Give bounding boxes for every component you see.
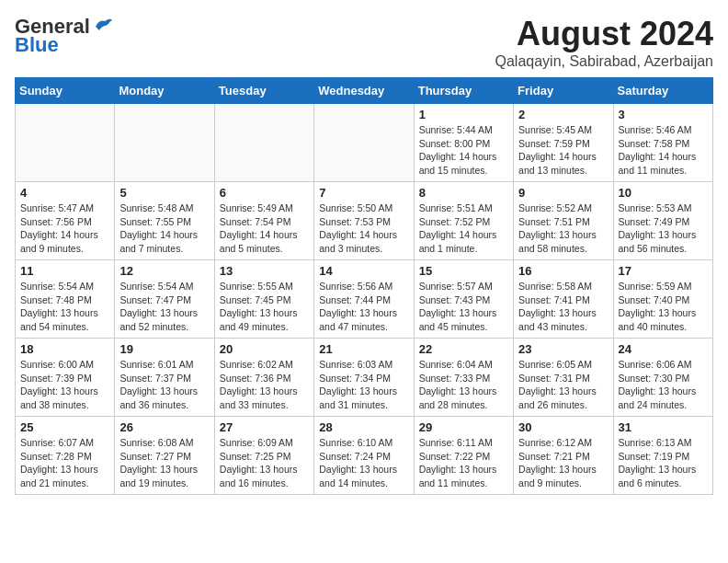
calendar-cell: 20Sunrise: 6:02 AMSunset: 7:36 PMDayligh… [214, 339, 313, 417]
day-info-line: Sunset: 7:51 PM [518, 215, 608, 229]
day-info-line: and 54 minutes. [20, 320, 109, 334]
day-info-line: Sunrise: 6:07 AM [20, 436, 109, 450]
title-area: August 2024 Qalaqayin, Sabirabad, Azerba… [495, 15, 714, 70]
day-number: 22 [419, 342, 508, 356]
day-info-line: Daylight: 13 hours [20, 463, 109, 477]
calendar-cell: 28Sunrise: 6:10 AMSunset: 7:24 PMDayligh… [314, 417, 414, 495]
day-info-line: Sunset: 7:43 PM [419, 293, 508, 307]
day-number: 10 [619, 186, 708, 200]
calendar-cell: 10Sunrise: 5:53 AMSunset: 7:49 PMDayligh… [613, 182, 712, 260]
day-info-line: and 1 minute. [419, 242, 508, 256]
calendar-cell: 9Sunrise: 5:52 AMSunset: 7:51 PMDaylight… [514, 182, 613, 260]
day-number: 24 [619, 342, 708, 356]
day-info-line: Sunset: 7:37 PM [119, 372, 209, 385]
calendar-week-row: 4Sunrise: 5:47 AMSunset: 7:56 PMDaylight… [16, 182, 713, 260]
day-info-line: Daylight: 13 hours [119, 306, 209, 320]
day-info-line: Sunrise: 5:46 AM [619, 123, 708, 137]
day-info-line: and 26 minutes. [518, 398, 608, 412]
day-info-line: Sunrise: 6:13 AM [619, 436, 708, 450]
day-info-line: Sunrise: 6:05 AM [518, 358, 608, 372]
day-info-line: and 21 minutes. [20, 477, 109, 490]
weekday-header-wednesday: Wednesday [314, 78, 414, 104]
month-title: August 2024 [495, 15, 714, 53]
day-info-line: Daylight: 13 hours [619, 228, 708, 242]
day-info-line: and 7 minutes. [119, 242, 209, 256]
day-info-line: Sunset: 7:24 PM [319, 450, 408, 464]
day-info-line: Daylight: 14 hours [220, 228, 309, 242]
calendar-cell: 8Sunrise: 5:51 AMSunset: 7:52 PMDaylight… [414, 182, 513, 260]
weekday-header-tuesday: Tuesday [214, 78, 313, 104]
day-info-line: and 19 minutes. [119, 477, 209, 490]
calendar-week-row: 25Sunrise: 6:07 AMSunset: 7:28 PMDayligh… [16, 417, 713, 495]
day-info-line: Daylight: 14 hours [518, 150, 608, 164]
day-info-line: Daylight: 13 hours [619, 463, 708, 477]
day-info-line: Daylight: 13 hours [619, 385, 708, 398]
calendar-cell: 6Sunrise: 5:49 AMSunset: 7:54 PMDaylight… [214, 182, 313, 260]
day-number: 17 [619, 264, 708, 278]
day-info-line: Sunrise: 6:11 AM [419, 436, 508, 450]
calendar-cell: 29Sunrise: 6:11 AMSunset: 7:22 PMDayligh… [414, 417, 513, 495]
weekday-header-thursday: Thursday [414, 78, 513, 104]
calendar-cell: 14Sunrise: 5:56 AMSunset: 7:44 PMDayligh… [314, 260, 414, 339]
day-info-line: Sunset: 7:39 PM [20, 372, 109, 385]
day-info-line: Daylight: 13 hours [220, 463, 309, 477]
day-number: 5 [119, 186, 209, 200]
day-number: 20 [220, 342, 309, 356]
day-number: 16 [518, 264, 608, 278]
calendar-cell: 30Sunrise: 6:12 AMSunset: 7:21 PMDayligh… [514, 417, 613, 495]
day-info-line: Sunrise: 5:58 AM [518, 280, 608, 293]
calendar-cell: 27Sunrise: 6:09 AMSunset: 7:25 PMDayligh… [214, 417, 313, 495]
day-number: 3 [619, 108, 708, 121]
calendar-week-row: 11Sunrise: 5:54 AMSunset: 7:48 PMDayligh… [16, 260, 713, 339]
day-info-line: and 5 minutes. [220, 242, 309, 256]
day-info-line: Daylight: 14 hours [119, 228, 209, 242]
day-number: 12 [119, 264, 209, 278]
day-number: 23 [518, 342, 608, 356]
calendar-cell: 2Sunrise: 5:45 AMSunset: 7:59 PMDaylight… [514, 104, 613, 182]
day-number: 6 [220, 186, 309, 200]
day-info-line: Sunrise: 6:10 AM [319, 436, 408, 450]
day-info-line: Sunset: 7:41 PM [518, 293, 608, 307]
day-info-line: Sunset: 7:49 PM [619, 215, 708, 229]
day-number: 18 [20, 342, 109, 356]
day-info-line: Sunset: 7:22 PM [419, 450, 508, 464]
day-info-line: Sunset: 7:59 PM [518, 137, 608, 151]
calendar-cell: 1Sunrise: 5:44 AMSunset: 8:00 PMDaylight… [414, 104, 513, 182]
day-info-line: and 43 minutes. [518, 320, 608, 334]
day-info-line: and 9 minutes. [518, 477, 608, 490]
day-info-line: Sunrise: 5:53 AM [619, 201, 708, 215]
weekday-header-row: SundayMondayTuesdayWednesdayThursdayFrid… [16, 78, 713, 104]
day-info-line: Sunrise: 5:49 AM [220, 201, 309, 215]
day-number: 9 [518, 186, 608, 200]
day-info-line: Daylight: 14 hours [419, 228, 508, 242]
day-info-line: Daylight: 14 hours [20, 228, 109, 242]
calendar-cell [314, 104, 414, 182]
day-info-line: Sunset: 7:40 PM [619, 293, 708, 307]
day-info-line: Sunrise: 6:03 AM [319, 358, 408, 372]
calendar-cell: 21Sunrise: 6:03 AMSunset: 7:34 PMDayligh… [314, 339, 414, 417]
day-info-line: Sunset: 7:44 PM [319, 293, 408, 307]
calendar-week-row: 1Sunrise: 5:44 AMSunset: 8:00 PMDaylight… [16, 104, 713, 182]
day-info-line: Sunrise: 5:47 AM [20, 201, 109, 215]
day-info-line: Sunrise: 5:54 AM [119, 280, 209, 293]
calendar-cell: 24Sunrise: 6:06 AMSunset: 7:30 PMDayligh… [613, 339, 712, 417]
day-number: 11 [20, 264, 109, 278]
day-info-line: Sunset: 7:54 PM [220, 215, 309, 229]
day-info-line: and 36 minutes. [119, 398, 209, 412]
calendar-cell: 25Sunrise: 6:07 AMSunset: 7:28 PMDayligh… [16, 417, 115, 495]
day-info-line: Sunrise: 5:44 AM [419, 123, 508, 137]
day-number: 26 [119, 420, 209, 434]
day-number: 4 [20, 186, 109, 200]
day-info-line: Daylight: 13 hours [119, 463, 209, 477]
calendar-cell: 31Sunrise: 6:13 AMSunset: 7:19 PMDayligh… [613, 417, 712, 495]
day-info-line: Sunset: 7:48 PM [20, 293, 109, 307]
day-info-line: and 52 minutes. [119, 320, 209, 334]
calendar-cell: 5Sunrise: 5:48 AMSunset: 7:55 PMDaylight… [115, 182, 214, 260]
day-info-line: and 11 minutes. [619, 164, 708, 178]
day-info-line: Daylight: 13 hours [518, 463, 608, 477]
calendar-cell: 3Sunrise: 5:46 AMSunset: 7:58 PMDaylight… [613, 104, 712, 182]
day-number: 28 [319, 420, 408, 434]
day-info-line: Sunrise: 5:57 AM [419, 280, 508, 293]
day-number: 25 [20, 420, 109, 434]
day-info-line: Sunrise: 6:06 AM [619, 358, 708, 372]
